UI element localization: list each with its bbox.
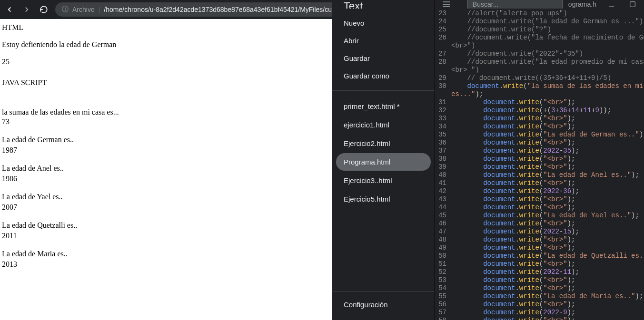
menu-save[interactable]: Guardar <box>332 49 435 67</box>
code-line: 57 document.write(2022-9); <box>435 309 644 317</box>
search-input[interactable]: Buscar... <box>467 0 563 9</box>
app-title: Text <box>332 0 435 9</box>
code-line: 40 document.write("La edad de Anel es.."… <box>435 171 644 179</box>
code-line: 35 document.write("La edad de German es.… <box>435 131 644 139</box>
minimize-icon[interactable] <box>606 0 617 9</box>
file-menu: Nuevo Abrir Guardar Guardar como <box>332 9 435 90</box>
code-line: 32 document.write(+(3+36+14+11+9)); <box>435 107 644 115</box>
file-ejercicio3[interactable]: Ejercicio3..html <box>336 172 431 189</box>
sidebar: Text Nuevo Abrir Guardar Guardar como pr… <box>332 0 435 320</box>
svg-rect-4 <box>630 2 635 7</box>
editor-toolbar: Buscar... ograma.h <box>435 0 644 9</box>
code-line: 28 //document.write("la edad promedio de… <box>435 58 644 66</box>
code-line: 42 document.write(2022-36); <box>435 187 644 195</box>
back-button[interactable] <box>4 4 15 15</box>
code-line: 52 document.write(2022-11); <box>435 268 644 276</box>
code-line: 23 //alert("alerta pop ups") <box>435 10 644 18</box>
code-line: 27 //document.write("2022"-"35") <box>435 50 644 58</box>
code-editor[interactable]: 23 //alert("alerta pop ups")24 //documen… <box>435 9 644 320</box>
code-line: 26 //ocument.write("la fecha de nacimien… <box>435 34 644 42</box>
code-line: 39 document.write("<br>"); <box>435 163 644 171</box>
file-ejercicio2[interactable]: Ejercicio2.html <box>336 135 431 152</box>
code-line: 43 document.write("<br>"); <box>435 195 644 204</box>
code-line: 24 //document.write("la edad de German e… <box>435 18 644 26</box>
code-line: 50 document.write("La edad de Quetzalli … <box>435 252 644 260</box>
code-line: 25 //document.write("?") <box>435 26 644 34</box>
code-line: 33 document.write("<br>"); <box>435 115 644 123</box>
file-ejercicio5[interactable]: Ejercicio5.html <box>336 190 431 208</box>
addr-divider: | <box>99 6 100 13</box>
info-icon: ⓘ <box>62 5 69 14</box>
menu-new[interactable]: Nuevo <box>332 14 435 32</box>
code-line: 34 document.write("<br>"); <box>435 123 644 131</box>
code-line: 51 document.write("<br>"); <box>435 260 644 268</box>
code-line: 46 document.write("<br>"); <box>435 220 644 228</box>
editor-area: Buscar... ograma.h 23 //alert("alerta po… <box>435 0 644 320</box>
code-line: 30 document.write("la sumaa de las edade… <box>435 82 644 90</box>
file-list: primer_text.html * ejercicio1.html Ejerc… <box>332 91 435 291</box>
sidebar-bottom: Configuración <box>332 291 435 320</box>
menu-settings[interactable]: Configuración <box>332 296 435 313</box>
code-line: <br> ") <box>435 66 644 74</box>
code-line: 41 document.write("<br>"); <box>435 179 644 187</box>
code-line: 54 document.write("<br>"); <box>435 284 644 292</box>
code-line: 36 document.write("<br>"); <box>435 139 644 147</box>
maximize-icon[interactable] <box>627 0 638 9</box>
code-line: <br>") <box>435 42 644 50</box>
text-editor-app: Text Nuevo Abrir Guardar Guardar como pr… <box>332 0 644 320</box>
code-line: 37 document.write(2022-35); <box>435 147 644 155</box>
code-line: 49 document.write("<br>"); <box>435 244 644 252</box>
code-line: es..."); <box>435 90 644 98</box>
search-placeholder: Buscar... <box>473 0 498 8</box>
code-line: 47 document.write(2022-15); <box>435 228 644 236</box>
addr-path: /home/chronos/u-8a2f2d42acde1373d68be87e… <box>104 6 334 13</box>
filename-fragment: ograma.h <box>568 0 596 8</box>
code-line: 29 // document.write((35+36+14+11+9)/5) <box>435 74 644 82</box>
file-programa[interactable]: Programa.html <box>336 153 431 171</box>
menu-save-as[interactable]: Guardar como <box>332 67 435 85</box>
forward-button[interactable] <box>21 4 32 15</box>
code-line: 31 document.write("<br>"); <box>435 98 644 107</box>
menu-open[interactable]: Abrir <box>332 32 435 49</box>
code-line: 48 document.write("<br>"); <box>435 236 644 244</box>
code-line: 56 document.write("<br>"); <box>435 301 644 309</box>
addr-label: Archivo <box>72 6 95 13</box>
code-line: 53 document.write("<br>"); <box>435 276 644 284</box>
file-ejercicio1[interactable]: ejercicio1.html <box>336 116 431 134</box>
code-line: 45 document.write("La edad de Yael es.."… <box>435 212 644 220</box>
code-line: 38 document.write("<br>"); <box>435 155 644 163</box>
code-line: 44 document.write("<br>"); <box>435 204 644 212</box>
code-line: 55 document.write("La edad de Maria es..… <box>435 292 644 301</box>
code-line: 58 document.write("<br>"); <box>435 317 644 320</box>
reload-button[interactable] <box>38 4 50 15</box>
file-primer-text[interactable]: primer_text.html * <box>336 97 431 115</box>
hamburger-icon[interactable] <box>441 0 452 9</box>
